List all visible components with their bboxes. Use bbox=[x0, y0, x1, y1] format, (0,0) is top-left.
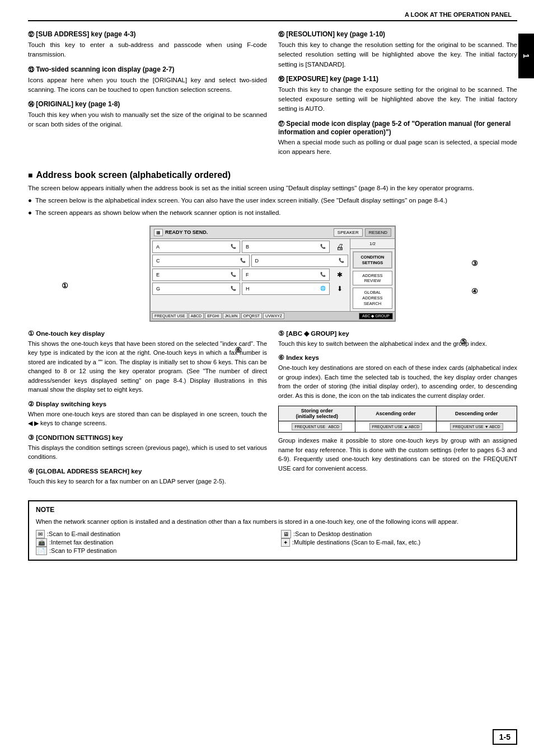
table-cell-ascending: FREQUENT USE ▲ ABCD bbox=[355, 421, 436, 433]
lower-item2-body: When more one-touch keys are stored than… bbox=[28, 410, 267, 428]
scroll-icon: ✱ bbox=[331, 269, 348, 281]
page-number: 1-5 bbox=[493, 729, 517, 745]
address-review-button[interactable]: ADDRESS REVIEW bbox=[353, 271, 392, 285]
lower-section: ① One-touch key display This shows the o… bbox=[28, 330, 517, 492]
item17-header: ⑰ Special mode icon display (page 5-2 of… bbox=[278, 120, 517, 136]
bullet2: The screen appears as shown below when t… bbox=[28, 208, 517, 218]
speaker-button[interactable]: SPEAKER bbox=[334, 228, 363, 237]
note-icons-left: ✉ :Scan to E-mail destination 📠 :Interne… bbox=[36, 530, 264, 555]
item-16: ⑯ [EXPOSURE] key (page 1-11) Touch this … bbox=[278, 75, 517, 114]
lower-item4-body: Touch this key to search for a fax numbe… bbox=[28, 477, 267, 486]
index-opqrst[interactable]: OPQRST bbox=[241, 313, 263, 319]
note-box: NOTE When the network scanner option is … bbox=[28, 500, 517, 561]
email-icon: ✉ bbox=[36, 530, 45, 538]
fax-key-a[interactable]: A📞 bbox=[152, 241, 240, 253]
item16-num: ⑯ bbox=[278, 76, 284, 82]
item13-num: ⑬ bbox=[28, 66, 34, 73]
descending-order-display: FREQUENT USE ▼ ABCD bbox=[450, 423, 503, 430]
note-icons-row: ✉ :Scan to E-mail destination 📠 :Interne… bbox=[36, 530, 509, 555]
index-frequent-use[interactable]: FREQUENT USE bbox=[152, 313, 188, 319]
item17-num: ⑰ bbox=[278, 120, 284, 127]
lower-item3-title: ③ [CONDITION SETTINGS] key bbox=[28, 434, 267, 442]
note-icons-right: 🖥 :Scan to Desktop destination ✦ :Multip… bbox=[281, 530, 509, 555]
lower-item-3: ③ [CONDITION SETTINGS] key This displays… bbox=[28, 434, 267, 462]
lower-item-1: ① One-touch key display This shows the o… bbox=[28, 330, 267, 395]
table-cell-storing: FREQUENT USE ABCD bbox=[279, 421, 355, 433]
callout-5: ⑤ bbox=[460, 337, 467, 346]
ready-icon: ▦ bbox=[154, 229, 163, 236]
note-icon-email: ✉ :Scan to E-mail destination bbox=[36, 530, 264, 538]
index-efghi[interactable]: EFGHI bbox=[205, 313, 221, 319]
side-tab: 1 bbox=[518, 34, 534, 78]
note-icon-fax: 📠 :Internet fax destination bbox=[36, 538, 264, 547]
item-15: ⑮ [RESOLUTION] key (page 1-10) Touch thi… bbox=[278, 30, 517, 69]
resend-button[interactable]: RESEND bbox=[365, 228, 391, 237]
fax-page-nav: 1/2 bbox=[350, 239, 395, 249]
index-order-table: Storing order(initially selected) Ascend… bbox=[278, 406, 517, 433]
note-body: When the network scanner option is insta… bbox=[36, 517, 509, 527]
ready-text: READY TO SEND. bbox=[165, 229, 331, 235]
fax-key-c[interactable]: C📞 bbox=[152, 255, 250, 267]
page-header: A LOOK AT THE OPERATION PANEL bbox=[28, 11, 517, 21]
item16-title: [EXPOSURE] key (page 1-11) bbox=[286, 75, 378, 83]
storing-order-display: FREQUENT USE ABCD bbox=[292, 423, 342, 430]
ftp-label: :Scan to FTP destination bbox=[49, 547, 116, 554]
fax-index-row: FREQUENT USE ABCD EFGHI JKLMN OPQRST UVW… bbox=[151, 311, 395, 321]
lower-right: ⑤ [ABC ◆ GROUP] key Touch this key to sw… bbox=[278, 330, 517, 492]
lower-item6-body: One-touch key destinations are stored on… bbox=[278, 363, 517, 400]
fax-key-g[interactable]: G📞 bbox=[152, 283, 240, 295]
item14-body: Touch this key when you wish to manually… bbox=[28, 110, 267, 130]
bullet1: The screen below is the alphabetical ind… bbox=[28, 196, 517, 205]
item13-title: Two-sided scanning icon display (page 2-… bbox=[36, 65, 174, 73]
lower-item6-extra: Group indexes make it possible to store … bbox=[278, 436, 517, 473]
fax-key-f[interactable]: F📞 bbox=[242, 269, 330, 281]
fax-key-row-ab: A📞 B📞 🖨 bbox=[152, 241, 348, 253]
fax-key-e[interactable]: E📞 bbox=[152, 269, 240, 281]
bullet1-text: The screen below is the alphabetical ind… bbox=[35, 196, 447, 205]
global-address-search-button[interactable]: GLOBAL ADDRESS SEARCH bbox=[353, 288, 392, 308]
note-content: When the network scanner option is insta… bbox=[36, 517, 509, 555]
down-arrow-icon: ⬇ bbox=[331, 283, 348, 295]
lower-item-4: ④ [GLOBAL ADDRESS SEARCH] key Touch this… bbox=[28, 467, 267, 486]
fax-key-b[interactable]: B📞 bbox=[242, 241, 330, 253]
item16-body: Touch this key to change the exposure se… bbox=[278, 85, 517, 114]
email-label: :Scan to E-mail destination bbox=[47, 530, 120, 537]
item-13: ⑬ Two-sided scanning icon display (page … bbox=[28, 65, 267, 95]
note-icon-desktop: 🖥 :Scan to Desktop destination bbox=[281, 530, 509, 538]
address-book-heading: Address book screen (alphabetically orde… bbox=[28, 170, 517, 180]
table-header-storing: Storing order(initially selected) bbox=[279, 406, 355, 421]
condition-settings-button[interactable]: CONDITION SETTINGS bbox=[353, 251, 392, 269]
fax-right-panel: 1/2 CONDITION SETTINGS ADDRESS REVIEW GL… bbox=[350, 239, 395, 311]
index-jklmn[interactable]: JKLMN bbox=[223, 313, 240, 319]
callout-1: ① bbox=[62, 281, 68, 290]
item-12: ⑫ [SUB ADDRESS] key (page 4-3) Touch thi… bbox=[28, 30, 267, 60]
lower-item-2: ② Display switching keys When more one-t… bbox=[28, 400, 267, 428]
item12-body: Touch this key to enter a sub-address an… bbox=[28, 40, 267, 60]
lower-left: ① One-touch key display This shows the o… bbox=[28, 330, 267, 492]
note-title: NOTE bbox=[36, 506, 509, 514]
table-row: FREQUENT USE ABCD FREQUENT USE ▲ ABCD FR… bbox=[279, 421, 517, 433]
item12-num: ⑫ bbox=[28, 31, 34, 37]
index-abcd[interactable]: ABCD bbox=[189, 313, 204, 319]
abc-group-button[interactable]: ABC ◆ GROUP bbox=[359, 313, 393, 320]
left-column: ⑫ [SUB ADDRESS] key (page 4-3) Touch thi… bbox=[28, 30, 267, 162]
bullet2-text: The screen appears as shown below when t… bbox=[35, 208, 281, 218]
page-container: A LOOK AT THE OPERATION PANEL 1 ⑫ [SUB A… bbox=[0, 0, 534, 756]
address-book-heading-text: Address book screen (alphabetically orde… bbox=[36, 170, 231, 180]
address-book-intro: The screen below appears initially when … bbox=[28, 184, 517, 193]
fax-key-d[interactable]: D📞 bbox=[251, 255, 349, 267]
lower-item-5: ⑤ [ABC ◆ GROUP] key Touch this key to sw… bbox=[278, 330, 517, 349]
lower-item2-title: ② Display switching keys bbox=[28, 400, 267, 408]
fax-key-h[interactable]: H🌐 bbox=[242, 283, 330, 295]
page-indicator: 1/2 bbox=[369, 241, 376, 246]
callout-3: ③ bbox=[471, 259, 478, 267]
ascending-order-display: FREQUENT USE ▲ ABCD bbox=[369, 423, 423, 430]
item12-header: ⑫ [SUB ADDRESS] key (page 4-3) bbox=[28, 30, 267, 39]
fax-screen-body: A📞 B📞 🖨 C📞 D📞 E📞 F📞 ✱ G📞 bbox=[151, 239, 395, 311]
top-two-col: ⑫ [SUB ADDRESS] key (page 4-3) Touch thi… bbox=[28, 30, 517, 162]
screen-area: ① ② ③ ④ ⑤ ⑥ ▦ READY TO SEND. SPEAKER R bbox=[28, 226, 517, 322]
item17-body: When a special mode such as polling or d… bbox=[278, 138, 517, 157]
callout-4: ④ bbox=[471, 287, 478, 295]
lower-item6-title: ⑥ Index keys bbox=[278, 354, 517, 361]
index-uvwxyz[interactable]: UVWXYZ bbox=[263, 313, 284, 319]
